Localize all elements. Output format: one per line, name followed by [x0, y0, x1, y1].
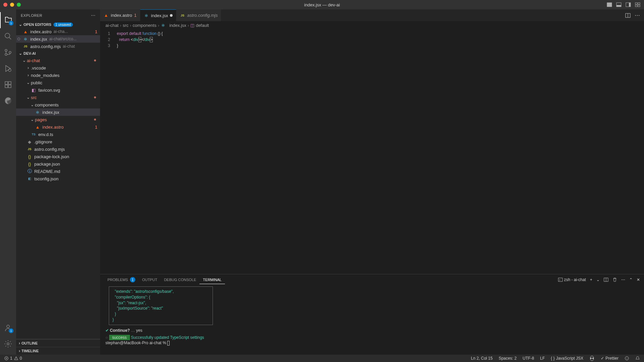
- folder-pages[interactable]: ⌄ pages: [16, 116, 100, 123]
- folder-public[interactable]: ⌄ public: [16, 79, 100, 86]
- file-package-lock[interactable]: {} package-lock.json: [16, 153, 100, 160]
- terminal-json-block: "extends": "astro/tsconfigs/base", "comp…: [109, 286, 213, 325]
- open-editors-header[interactable]: ⌄ OPEN EDITORS 1 unsaved: [16, 21, 100, 28]
- file-gitignore[interactable]: ◆ .gitignore: [16, 138, 100, 145]
- explorer-activity[interactable]: 1: [0, 12, 16, 28]
- status-spaces[interactable]: Spaces: 2: [497, 356, 518, 361]
- accounts-activity[interactable]: 1: [0, 320, 16, 336]
- tab-index-jsx[interactable]: ⚛ index.jsx: [140, 9, 177, 21]
- status-copilot[interactable]: [588, 356, 596, 361]
- folder-node-modules[interactable]: › node_modules: [16, 72, 100, 79]
- panel-tab-problems[interactable]: PROBLEMS 1: [104, 275, 139, 284]
- status-language[interactable]: { } JavaScript JSX: [550, 356, 585, 361]
- file-astro-config[interactable]: JS astro.config.mjs: [16, 145, 100, 153]
- status-prettier[interactable]: ✓ Prettier: [599, 356, 620, 361]
- open-editor-item[interactable]: JS astro.config.mjs ai-chat: [16, 43, 100, 50]
- tab-label: astro.config.mjs: [187, 13, 218, 18]
- tab-astro-config[interactable]: JS astro.config.mjs: [176, 9, 221, 21]
- close-window-button[interactable]: [3, 3, 7, 7]
- dirty-indicator-icon: [170, 14, 173, 17]
- new-terminal-icon[interactable]: +: [590, 277, 592, 282]
- close-panel-icon[interactable]: ✕: [637, 277, 640, 282]
- edge-activity[interactable]: [0, 93, 16, 109]
- svg-rect-18: [5, 85, 8, 88]
- editor[interactable]: 1 2 3 export default function () { retur…: [100, 29, 644, 274]
- panel-more-icon[interactable]: ⋯: [621, 277, 625, 282]
- outline-section[interactable]: › OUTLINE: [16, 339, 100, 347]
- panel-tab-debug[interactable]: DEBUG CONSOLE: [160, 276, 199, 284]
- maximize-window-button[interactable]: [17, 3, 21, 7]
- timeline-section[interactable]: › TIMELINE: [16, 347, 100, 355]
- tab-error-count: 1: [134, 13, 137, 18]
- folder-ai-chat[interactable]: ⌄ ai-chat: [16, 57, 100, 64]
- open-editors-label: OPEN EDITORS: [24, 22, 51, 27]
- folder-src[interactable]: ⌄ src: [16, 94, 100, 101]
- status-encoding[interactable]: UTF-8: [521, 356, 536, 361]
- terminal-output[interactable]: "extends": "astro/tsconfigs/base", "comp…: [100, 285, 644, 355]
- panel-right-icon[interactable]: [625, 2, 631, 7]
- file-index-jsx[interactable]: ⚛ index.jsx: [16, 108, 100, 116]
- tab-more-icon[interactable]: ⋯: [635, 12, 640, 18]
- chevron-down-icon: ⌄: [19, 22, 22, 27]
- copilot-icon: [589, 356, 595, 361]
- status-errors[interactable]: 1 0: [3, 356, 23, 361]
- terminal-dropdown-icon[interactable]: ⌄: [596, 277, 600, 282]
- folder-components[interactable]: ⌄ components: [16, 101, 100, 108]
- react-icon: ⚛: [160, 22, 166, 28]
- breadcrumb-item[interactable]: components: [133, 23, 156, 28]
- breadcrumb-item[interactable]: index.jsx: [169, 23, 186, 28]
- file-index-astro[interactable]: ▲ index.astro 1: [16, 123, 100, 131]
- breadcrumb-item[interactable]: src: [123, 23, 128, 28]
- extensions-activity[interactable]: [0, 77, 16, 93]
- source-control-activity[interactable]: [0, 44, 16, 60]
- panel-left-icon[interactable]: [606, 2, 612, 7]
- json-icon: {}: [27, 154, 32, 159]
- run-debug-activity[interactable]: [0, 60, 16, 77]
- react-icon: ⚛: [144, 13, 149, 18]
- svg-point-15: [8, 69, 11, 72]
- open-editor-item[interactable]: ⚛ index.jsx ai-chat/src/co...: [16, 35, 100, 43]
- status-notifications-icon[interactable]: [634, 356, 641, 361]
- panel-tab-output[interactable]: OUTPUT: [139, 276, 160, 284]
- file-package-json[interactable]: {} package.json: [16, 160, 100, 168]
- svg-point-13: [5, 53, 7, 55]
- sidebar-more-icon[interactable]: ⋯: [91, 13, 95, 18]
- settings-activity[interactable]: [0, 336, 16, 352]
- file-readme[interactable]: ⓘ README.md: [16, 168, 100, 175]
- file-favicon[interactable]: ◧ favicon.svg: [16, 86, 100, 94]
- astro-icon: ▲: [103, 13, 109, 18]
- js-icon: JS: [27, 146, 32, 152]
- js-icon: JS: [23, 44, 28, 49]
- chevron-down-icon: ⌄: [26, 95, 31, 100]
- status-bar: 1 0 Ln 2, Col 15 Spaces: 2 UTF-8 LF { } …: [0, 355, 644, 362]
- breadcrumb-item[interactable]: default: [196, 23, 209, 28]
- svg-point-22: [7, 343, 9, 345]
- panel-tab-terminal[interactable]: TERMINAL: [199, 276, 225, 284]
- file-env-dts[interactable]: TS env.d.ts: [16, 131, 100, 138]
- folder-vscode[interactable]: › .vscode: [16, 64, 100, 72]
- tab-index-astro[interactable]: ▲ index.astro 1: [100, 9, 140, 21]
- open-editor-item[interactable]: ▲ index.astro ai-cha... 1: [16, 28, 100, 35]
- status-feedback-icon[interactable]: [623, 356, 631, 361]
- accounts-badge: 1: [9, 328, 13, 333]
- json-icon: {}: [27, 161, 32, 167]
- maximize-panel-icon[interactable]: ⌃: [629, 277, 633, 282]
- panel-bottom-icon[interactable]: [616, 2, 622, 7]
- workspace-header[interactable]: ⌄ DEV-AI: [16, 50, 100, 57]
- svg-rect-16: [5, 82, 8, 84]
- chevron-right-icon: ›: [158, 23, 159, 28]
- status-ln-col[interactable]: Ln 2, Col 15: [469, 356, 494, 361]
- breadcrumb-item[interactable]: ai-chat: [105, 23, 119, 28]
- split-editor-icon[interactable]: [625, 13, 631, 18]
- status-eol[interactable]: LF: [539, 356, 546, 361]
- terminal-label[interactable]: zsh - ai-chat: [558, 277, 586, 282]
- layout-icon[interactable]: [635, 2, 641, 7]
- search-activity[interactable]: [0, 28, 16, 44]
- unsaved-badge: 1 unsaved: [53, 22, 73, 27]
- file-tsconfig[interactable]: ◧ tsconfig.json: [16, 175, 100, 182]
- split-terminal-icon[interactable]: [604, 277, 608, 282]
- trash-icon[interactable]: [612, 277, 617, 282]
- svg-rect-17: [8, 82, 11, 84]
- minimize-window-button[interactable]: [10, 3, 14, 7]
- js-icon: JS: [180, 13, 185, 18]
